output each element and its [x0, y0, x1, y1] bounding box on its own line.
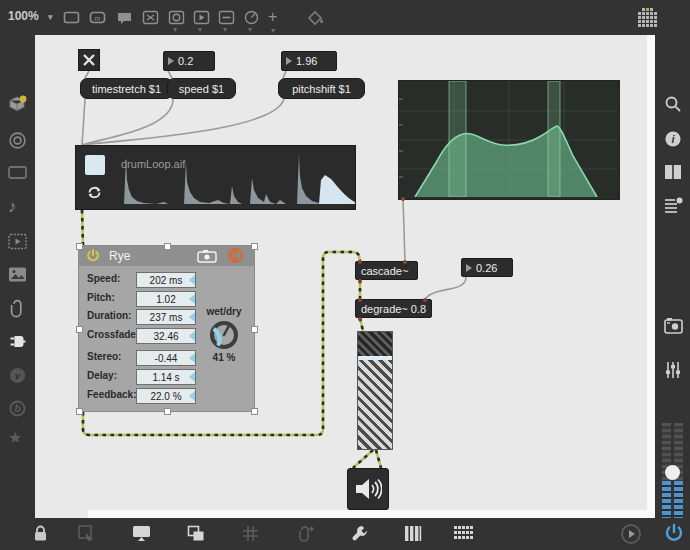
top-toolbar: 100% ▾ m ▾ ▾ ▾ ▾ +▾: [0, 0, 690, 35]
param-label: Delay:: [87, 370, 117, 381]
lessons-list-icon[interactable]: [664, 197, 683, 214]
playlist-object[interactable]: drumLoop.aif: [75, 145, 356, 210]
volume-knob[interactable]: [665, 465, 680, 480]
new-comment-icon[interactable]: [116, 9, 133, 26]
new-metro-icon[interactable]: ▾: [243, 9, 260, 26]
piano-keys-icon[interactable]: [404, 525, 422, 542]
wrench-tools-icon[interactable]: [351, 524, 369, 542]
selection-rect-icon[interactable]: [78, 525, 95, 542]
rye-camera-icon[interactable]: [197, 250, 217, 263]
selection-handle[interactable]: [76, 408, 83, 415]
param-value-box[interactable]: -0.44: [136, 350, 196, 366]
search-icon[interactable]: [664, 95, 682, 113]
lock-icon[interactable]: [33, 525, 48, 542]
wetdry-value: 41 %: [201, 352, 247, 363]
new-button-icon[interactable]: ▾: [193, 9, 210, 26]
selection-handle[interactable]: [251, 326, 258, 333]
attach-add-icon[interactable]: [296, 525, 315, 543]
audio-note-icon[interactable]: ♪: [8, 197, 17, 217]
new-toggle-icon[interactable]: [142, 9, 159, 26]
attachment-icon[interactable]: [8, 299, 26, 318]
reference-panels-icon[interactable]: [664, 164, 682, 180]
selection-handle[interactable]: [251, 243, 258, 250]
degrade-number-box[interactable]: 0.26: [461, 258, 513, 277]
filter-band-handle-2[interactable]: [548, 81, 560, 197]
selection-handle[interactable]: [164, 243, 171, 250]
ezdac-speaker-button[interactable]: [347, 468, 389, 510]
value-drag-icon: [189, 331, 195, 341]
rye-param-row: Delay: 1.14 s: [79, 369, 254, 384]
target-circles-icon[interactable]: [8, 131, 27, 150]
number-value: 1.96: [296, 55, 317, 67]
waveform[interactable]: [114, 150, 355, 208]
step-grid-icon[interactable]: [454, 526, 473, 541]
cascade-object[interactable]: cascade~: [355, 261, 418, 280]
speed-number-box[interactable]: 0.2: [163, 51, 215, 71]
v-scrollbar[interactable]: [647, 35, 655, 518]
param-value-box[interactable]: 1.14 s: [136, 369, 196, 385]
param-value-box[interactable]: 237 ms: [136, 309, 196, 325]
filter-band-handle-1[interactable]: [449, 81, 466, 197]
filtergraph-object[interactable]: [398, 80, 620, 200]
rye-panel[interactable]: Rye Speed: 202 ms Pitch: 1.02 Duration: …: [78, 245, 255, 412]
param-value-box[interactable]: 202 ms: [136, 272, 196, 288]
audio-power-icon[interactable]: [664, 523, 684, 543]
packages-icon[interactable]: [8, 95, 27, 114]
selection-handle[interactable]: [251, 408, 258, 415]
object-text: cascade~: [361, 265, 408, 277]
speed-message-box[interactable]: speed $1: [167, 78, 236, 99]
new-object-icon[interactable]: [63, 9, 80, 26]
chevron-down-icon: ▾: [48, 12, 53, 22]
new-slider-icon[interactable]: ▾: [218, 9, 235, 26]
rye-power-icon[interactable]: [86, 249, 100, 263]
value-drag-icon: [189, 391, 195, 401]
console-icon[interactable]: [8, 165, 27, 180]
param-value-box[interactable]: 22.0 %: [136, 388, 196, 404]
video-icon[interactable]: [8, 233, 27, 250]
pitchshift-message-box[interactable]: pitchshift $1: [278, 78, 365, 99]
inspector-info-icon[interactable]: i: [664, 130, 682, 148]
max-logo-icon[interactable]: [638, 8, 658, 28]
plug-active-icon[interactable]: [8, 332, 27, 351]
presentation-icon[interactable]: [132, 525, 151, 542]
param-label: Feedback:: [87, 389, 136, 400]
snapshot-camera-icon[interactable]: [664, 318, 683, 334]
selection-handle[interactable]: [76, 326, 83, 333]
favorites-star-icon[interactable]: ★: [8, 428, 22, 447]
add-object-icon[interactable]: +▾: [268, 8, 277, 26]
selection-handle[interactable]: [164, 408, 171, 415]
beap-icon[interactable]: b: [8, 399, 27, 418]
h-scrollbar[interactable]: [88, 510, 647, 518]
bottom-toolbar: [0, 518, 690, 550]
param-value-box[interactable]: 1.02: [136, 291, 196, 307]
pitchshift-number-box[interactable]: 1.96: [281, 51, 337, 71]
vizzie-icon[interactable]: v: [8, 366, 27, 385]
layers-icon[interactable]: [187, 525, 205, 542]
new-message-icon[interactable]: m: [89, 9, 106, 26]
gain-slider[interactable]: [357, 331, 393, 450]
value-drag-icon: [189, 275, 195, 285]
param-value-box[interactable]: 32.46: [136, 328, 196, 344]
toggle-box[interactable]: [78, 49, 100, 71]
number-value: 0.2: [178, 55, 193, 67]
run-play-icon[interactable]: [620, 523, 642, 545]
paint-bucket-icon[interactable]: [306, 9, 324, 26]
selection-handle[interactable]: [76, 243, 83, 250]
param-label: Speed:: [87, 273, 120, 284]
zoom-level-control[interactable]: 100% ▾: [8, 9, 39, 23]
rye-param-row: Pitch: 1.02: [79, 291, 254, 306]
message-text: pitchshift $1: [292, 83, 351, 95]
param-value: 22.0 %: [150, 391, 181, 402]
new-dial-icon[interactable]: ▾: [168, 9, 185, 26]
patcher-canvas[interactable]: 0.2 1.96 timestretch $1 speed $1 pitchsh…: [35, 35, 655, 518]
wetdry-knob[interactable]: [207, 319, 241, 353]
param-value: 202 ms: [150, 275, 183, 286]
loop-icon[interactable]: [85, 183, 104, 202]
playlist-play-button[interactable]: [85, 155, 105, 175]
degrade-object[interactable]: degrade~ 0.8: [355, 299, 432, 318]
timestretch-message-box[interactable]: timestretch $1: [80, 78, 173, 99]
mixer-sliders-icon[interactable]: [664, 361, 682, 379]
image-icon[interactable]: [8, 266, 27, 283]
number-triangle-icon: [168, 57, 174, 65]
grid-icon[interactable]: [242, 525, 259, 542]
